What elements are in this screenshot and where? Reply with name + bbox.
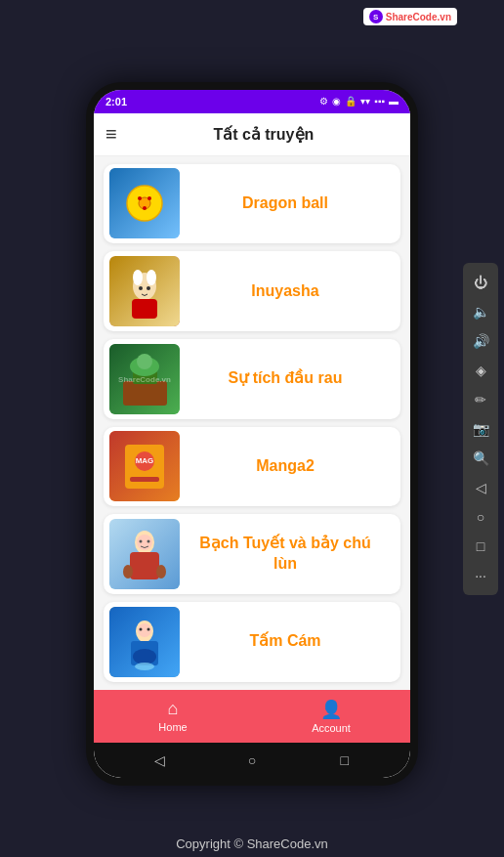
- copyright-bar: Copyright © ShareCode.vn: [0, 831, 504, 857]
- location-icon: ◉: [332, 96, 341, 107]
- copyright-text: Copyright © ShareCode.vn: [176, 836, 328, 851]
- home-button[interactable]: ○: [242, 750, 262, 770]
- nav-account-label: Account: [312, 722, 351, 734]
- svg-point-29: [139, 628, 142, 631]
- phone-frame: 2:01 ⚙ ◉ 🔒 ▾▾ ▪▪▪ ▬ ≡ Tất cả truyện: [86, 82, 418, 786]
- svg-point-31: [133, 649, 156, 664]
- recents-icon[interactable]: □: [467, 533, 494, 560]
- svg-point-30: [147, 628, 149, 631]
- sutich-art: [118, 347, 172, 410]
- bottom-nav: ⌂ Home 👤 Account: [94, 690, 410, 743]
- book-card-5[interactable]: Bạch Tuyết và bảy chú lùn: [104, 514, 400, 594]
- back-button[interactable]: ◁: [149, 750, 169, 770]
- page-title: Tất cả truyện: [129, 125, 399, 144]
- svg-point-14: [137, 354, 152, 369]
- account-icon: 👤: [320, 699, 342, 720]
- svg-point-6: [133, 270, 143, 285]
- volume-up-btn[interactable]: 🔊: [467, 327, 494, 355]
- svg-point-3: [147, 196, 151, 200]
- phone-screen: 2:01 ⚙ ◉ 🔒 ▾▾ ▪▪▪ ▬ ≡ Tất cả truyện: [94, 90, 410, 778]
- nav-account[interactable]: 👤 Account: [252, 690, 410, 743]
- svg-rect-17: [130, 477, 159, 482]
- book-cover-1: [109, 168, 180, 238]
- book-cover-2: [109, 256, 180, 326]
- manga-art: MAG: [120, 440, 169, 493]
- status-icons: ⚙ ◉ 🔒 ▾▾ ▪▪▪ ▬: [319, 96, 399, 107]
- book-title-5: Bạch Tuyết và bảy chú lùn: [180, 534, 391, 575]
- svg-rect-20: [130, 552, 159, 579]
- hamburger-menu[interactable]: ≡: [105, 123, 117, 146]
- inuyasha-art: [120, 262, 169, 321]
- settings-icon: ⚙: [319, 96, 328, 107]
- power-btn[interactable]: ⏻: [467, 269, 494, 296]
- bach-tuyet-art: [118, 523, 172, 586]
- book-title-6: Tấm Cám: [180, 631, 391, 652]
- eraser-icon[interactable]: ◈: [467, 357, 494, 384]
- svg-point-25: [156, 565, 166, 578]
- book-card-1[interactable]: Dragon ball: [104, 164, 400, 244]
- lock-icon: 🔒: [345, 96, 357, 107]
- more-icon[interactable]: ···: [467, 562, 494, 589]
- svg-rect-10: [132, 299, 157, 319]
- svg-point-32: [135, 663, 154, 670]
- volume-down-btn[interactable]: 🔈: [467, 298, 494, 325]
- home-circle-icon[interactable]: ○: [467, 503, 494, 531]
- status-bar: 2:01 ⚙ ◉ 🔒 ▾▾ ▪▪▪ ▬: [94, 90, 410, 113]
- sharecode-logo: S ShareCode.vn: [363, 8, 457, 25]
- camera-icon[interactable]: 📷: [467, 415, 494, 443]
- tam-cam-art: [118, 610, 172, 673]
- svg-point-7: [147, 270, 156, 285]
- wifi-icon: ▾▾: [360, 96, 370, 107]
- top-app-bar: ≡ Tất cả truyện: [94, 113, 410, 156]
- book-list: Dragon ball: [94, 156, 410, 690]
- book-card-6[interactable]: Tấm Cám: [104, 602, 400, 682]
- dragon-ball-art: [125, 184, 164, 223]
- nav-home[interactable]: ⌂ Home: [94, 690, 252, 743]
- svg-point-2: [138, 196, 142, 200]
- svg-point-9: [147, 286, 150, 290]
- book-cover-6: [109, 607, 180, 677]
- recents-button[interactable]: □: [335, 750, 355, 770]
- book-title-4: Manga2: [180, 456, 391, 477]
- signal-icon: ▪▪▪: [374, 96, 385, 107]
- nav-home-label: Home: [158, 721, 187, 733]
- svg-text:MAG: MAG: [136, 456, 154, 465]
- home-icon: ⌂: [168, 699, 179, 719]
- zoom-icon[interactable]: 🔍: [467, 445, 494, 472]
- back-icon[interactable]: ◁: [467, 474, 494, 501]
- svg-point-22: [139, 539, 142, 542]
- battery-icon: ▬: [389, 96, 399, 107]
- book-cover-3: ShareCode.vn: [109, 344, 180, 414]
- svg-point-24: [123, 565, 133, 578]
- book-title-3: Sự tích đầu rau: [180, 368, 391, 389]
- phone-nav-bar: ◁ ○ □: [94, 743, 410, 778]
- logo-text: ShareCode.vn: [386, 12, 451, 22]
- book-cover-4: MAG: [109, 431, 180, 501]
- logo-icon: S: [369, 10, 383, 23]
- svg-point-8: [139, 286, 143, 290]
- svg-point-4: [143, 206, 147, 210]
- book-card-3[interactable]: ShareCode.vn Sự tích đầu rau: [104, 339, 400, 419]
- svg-rect-11: [123, 381, 167, 406]
- svg-point-23: [147, 539, 149, 542]
- status-time: 2:01: [105, 96, 127, 107]
- book-title-1: Dragon ball: [180, 193, 391, 214]
- book-title-2: Inuyasha: [180, 281, 391, 302]
- book-card-4[interactable]: MAG Manga2: [104, 427, 400, 507]
- book-cover-5: [109, 519, 180, 589]
- pencil-icon[interactable]: ✏: [467, 386, 494, 413]
- right-toolbar: ⏻ 🔈 🔊 ◈ ✏ 📷 🔍 ◁ ○ □ ···: [463, 263, 498, 595]
- book-card-2[interactable]: Inuyasha: [104, 251, 400, 331]
